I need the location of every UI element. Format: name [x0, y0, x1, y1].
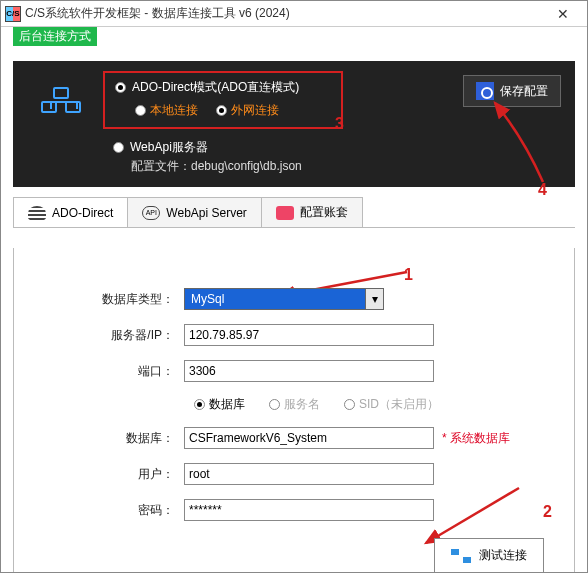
network-icon — [41, 87, 81, 113]
annotation-2: 2 — [543, 503, 552, 521]
port-input[interactable] — [184, 360, 434, 382]
external-conn-label: 外网连接 — [231, 102, 279, 119]
config-path: debug\config\db.json — [191, 159, 302, 173]
titlebar: C/S C/S系统软件开发框架 - 数据库连接工具 v6 (2024) ✕ — [1, 1, 587, 27]
close-button[interactable]: ✕ — [543, 1, 583, 27]
test-connection-label: 测试连接 — [479, 547, 527, 564]
local-conn-radio[interactable] — [135, 105, 146, 116]
ado-mode-label: ADO-Direct模式(ADO直连模式) — [132, 79, 299, 96]
tabstrip: ADO-Direct API WebApi Server 配置账套 — [13, 197, 575, 228]
window-title: C/S系统软件开发框架 - 数据库连接工具 v6 (2024) — [25, 5, 543, 22]
ado-mode-radio[interactable] — [115, 82, 126, 93]
webapi-mode-radio[interactable] — [113, 142, 124, 153]
pwd-label: 密码： — [44, 502, 184, 519]
mode-db-label: 数据库 — [209, 396, 245, 413]
annotation-3: 3 — [335, 115, 344, 133]
tab-ado-label: ADO-Direct — [52, 206, 113, 220]
form-area: 1 数据库类型： MySql ▾ 服务器/IP： 端口： 数据库 服务名 — [13, 248, 575, 573]
test-connection-icon — [451, 549, 471, 563]
connection-mode-panel: ADO-Direct模式(ADO直连模式) 本地连接 外网连接 WebApi服务… — [13, 61, 575, 187]
config-prefix: 配置文件： — [131, 159, 191, 173]
db-input[interactable] — [184, 427, 434, 449]
db-note: * 系统数据库 — [442, 430, 510, 447]
api-icon: API — [142, 206, 160, 220]
db-label: 数据库： — [44, 430, 184, 447]
local-conn-label: 本地连接 — [150, 102, 198, 119]
db-type-value: MySql — [191, 292, 224, 306]
user-label: 用户： — [44, 466, 184, 483]
mode-sid-radio[interactable] — [344, 399, 355, 410]
annotation-4: 4 — [538, 181, 547, 199]
port-label: 端口： — [44, 363, 184, 380]
webapi-mode-label: WebApi服务器 — [130, 139, 208, 156]
pwd-input[interactable] — [184, 499, 434, 521]
database-icon — [28, 206, 46, 220]
annotation-1: 1 — [404, 266, 413, 284]
tab-ado[interactable]: ADO-Direct — [13, 197, 128, 227]
account-icon — [276, 206, 294, 220]
ado-mode-box: ADO-Direct模式(ADO直连模式) 本地连接 外网连接 — [103, 71, 343, 129]
mode-svc-label: 服务名 — [284, 396, 320, 413]
save-icon — [476, 82, 494, 100]
mode-db-radio[interactable] — [194, 399, 205, 410]
tab-webapi-label: WebApi Server — [166, 206, 246, 220]
tab-webapi[interactable]: API WebApi Server — [127, 197, 261, 227]
app-icon: C/S — [5, 6, 21, 22]
db-type-select[interactable]: MySql ▾ — [184, 288, 384, 310]
test-connection-button[interactable]: 测试连接 — [434, 538, 544, 573]
external-conn-radio[interactable] — [216, 105, 227, 116]
server-label: 服务器/IP： — [44, 327, 184, 344]
mode-sid-label: SID（未启用） — [359, 396, 439, 413]
section-tag: 后台连接方式 — [13, 27, 97, 46]
user-input[interactable] — [184, 463, 434, 485]
server-input[interactable] — [184, 324, 434, 346]
tab-account-label: 配置账套 — [300, 204, 348, 221]
db-type-label: 数据库类型： — [44, 291, 184, 308]
tab-account[interactable]: 配置账套 — [261, 197, 363, 227]
chevron-down-icon[interactable]: ▾ — [365, 289, 383, 309]
save-button[interactable]: 保存配置 — [463, 75, 561, 107]
mode-svc-radio[interactable] — [269, 399, 280, 410]
save-button-label: 保存配置 — [500, 83, 548, 100]
